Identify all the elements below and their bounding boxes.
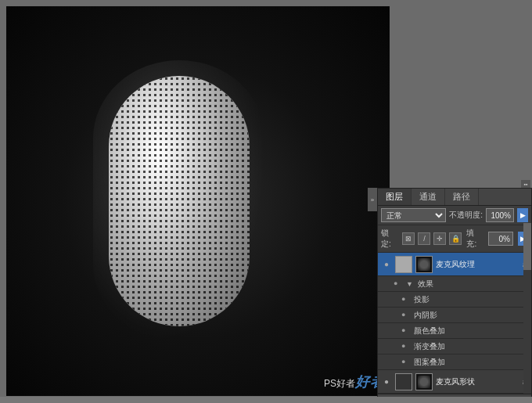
effects-expand-icon: ▼ — [406, 280, 413, 288]
effect-row-pattern-overlay[interactable]: ● 图案叠加 — [378, 354, 531, 370]
effect-label-inner-shadow: 内阴影 — [414, 310, 437, 321]
effect-eye-pattern-overlay[interactable]: ● — [401, 358, 411, 367]
layer-mask-texture — [415, 256, 433, 273]
mic-body — [109, 76, 250, 326]
status-bar — [0, 397, 532, 403]
fill-input[interactable] — [488, 232, 513, 246]
lock-label: 锁定: — [381, 228, 397, 250]
effect-row-inner-shadow[interactable]: ● 内阴影 — [378, 308, 531, 323]
effect-eye-shadow[interactable]: ● — [401, 295, 411, 304]
layer-name-texture: 麦克风纹理 — [436, 259, 519, 270]
layers-panel: 图层 通道 路径 正常 不透明度: ▶ 锁定: ⊠ / ✛ 🔒 填充: ▶ ● — [377, 188, 532, 403]
layer-row-texture[interactable]: ● 麦克风纹理 fx — [378, 253, 531, 276]
lock-transparent-btn[interactable]: ⊠ — [402, 232, 415, 245]
opacity-input[interactable] — [486, 208, 514, 222]
ps-text: PS — [324, 378, 336, 389]
effect-row-shadow[interactable]: ● 投影 — [378, 292, 531, 308]
panel-top-handle[interactable]: ▪▪ — [521, 180, 530, 188]
effect-label-shadow: 投影 — [414, 294, 430, 305]
handle-icon: ▪▪ — [524, 182, 528, 187]
chevron-left-icon: » — [371, 196, 374, 203]
effect-label-color-overlay: 颜色叠加 — [414, 326, 445, 336]
effects-group: ● ▼ 效果 ● 投影 ● 内阴影 ● 颜色叠加 ● 渐变叠加 ● 图案叠加 — [378, 276, 531, 370]
fill-label: 填充: — [466, 228, 483, 250]
site-text: 好者 — [336, 378, 355, 389]
effect-eye-gradient-overlay[interactable]: ● — [401, 342, 411, 351]
panel-scrollbar[interactable] — [523, 223, 531, 394]
ps-watermark: PS好者好者 — [324, 372, 385, 391]
canvas: PS好者好者 — [6, 6, 390, 396]
panel-tabs: 图层 通道 路径 — [378, 189, 531, 206]
eye-icon-shape[interactable]: ● — [381, 376, 392, 387]
effect-row-color-overlay[interactable]: ● 颜色叠加 — [378, 323, 531, 339]
effect-row-gradient-overlay[interactable]: ● 渐变叠加 — [378, 339, 531, 354]
lock-icons: ⊠ / ✛ 🔒 — [402, 232, 462, 245]
lock-brush-btn[interactable]: / — [418, 232, 430, 245]
dot-grid — [109, 76, 250, 326]
effects-header-row[interactable]: ● ▼ 效果 — [378, 276, 531, 292]
effects-label: 效果 — [418, 279, 433, 290]
layer-thumb-shape — [395, 373, 412, 390]
tab-layers[interactable]: 图层 — [378, 189, 412, 205]
blend-mode-select[interactable]: 正常 — [381, 208, 446, 222]
panel-collapse-arrow[interactable]: » — [368, 188, 377, 211]
effect-eye-inner-shadow[interactable]: ● — [401, 311, 411, 320]
tab-paths[interactable]: 路径 — [445, 189, 479, 205]
lock-all-btn[interactable]: 🔒 — [449, 232, 462, 245]
blend-mode-row: 正常 不透明度: ▶ — [378, 206, 531, 225]
layer-thumb-texture — [395, 256, 412, 273]
panel-scroll-thumb[interactable] — [523, 223, 531, 270]
tab-channels[interactable]: 通道 — [412, 189, 445, 205]
effect-label-gradient-overlay: 渐变叠加 — [414, 341, 445, 352]
opacity-label: 不透明度: — [449, 210, 483, 221]
layer-name-shape: 麦克风形状 — [436, 376, 519, 387]
layer-mask-shape — [415, 373, 433, 390]
lock-move-btn[interactable]: ✛ — [433, 232, 446, 245]
opacity-arrow-btn[interactable]: ▶ — [517, 208, 528, 222]
effect-label-pattern-overlay: 图案叠加 — [414, 357, 445, 368]
effect-eye-color-overlay[interactable]: ● — [401, 326, 411, 336]
effects-eye-icon[interactable]: ● — [394, 279, 403, 289]
lock-row: 锁定: ⊠ / ✛ 🔒 填充: ▶ — [378, 225, 531, 253]
eye-icon-texture[interactable]: ● — [381, 259, 392, 270]
layer-row-shape[interactable]: ● 麦克风形状 fx — [378, 370, 531, 394]
